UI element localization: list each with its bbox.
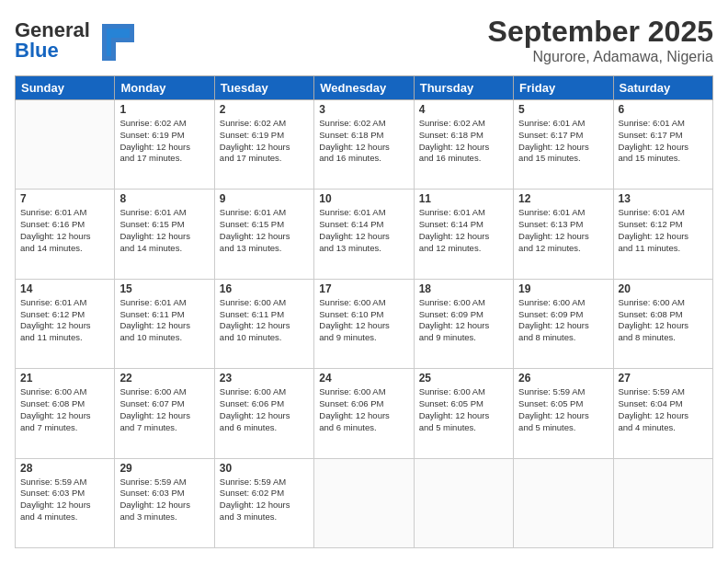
calendar-cell: 29Sunrise: 5:59 AM Sunset: 6:03 PM Dayli… [115, 458, 214, 547]
calendar-cell: 1Sunrise: 6:02 AM Sunset: 6:19 PM Daylig… [115, 100, 214, 190]
day-number: 19 [518, 282, 608, 295]
calendar-cell: 19Sunrise: 6:00 AM Sunset: 6:09 PM Dayli… [514, 279, 613, 368]
day-number: 16 [220, 282, 309, 295]
calendar-cell: 3Sunrise: 6:02 AM Sunset: 6:18 PM Daylig… [314, 100, 414, 190]
calendar-cell: 17Sunrise: 6:00 AM Sunset: 6:10 PM Dayli… [314, 279, 414, 368]
calendar-cell: 6Sunrise: 6:01 AM Sunset: 6:17 PM Daylig… [613, 100, 712, 190]
weekday-header: Monday [115, 76, 214, 100]
calendar-cell: 12Sunrise: 6:01 AM Sunset: 6:13 PM Dayli… [514, 190, 613, 279]
day-number: 24 [319, 372, 408, 385]
calendar-cell [414, 458, 513, 547]
calendar-cell: 25Sunrise: 6:00 AM Sunset: 6:05 PM Dayli… [414, 369, 513, 458]
day-number: 8 [119, 192, 209, 205]
calendar-cell: 13Sunrise: 6:01 AM Sunset: 6:12 PM Dayli… [613, 190, 712, 279]
day-number: 2 [220, 103, 309, 116]
day-info: Sunrise: 6:00 AM Sunset: 6:10 PM Dayligh… [319, 297, 408, 344]
day-number: 29 [119, 462, 209, 475]
day-number: 1 [119, 103, 209, 116]
calendar-cell: 28Sunrise: 5:59 AM Sunset: 6:03 PM Dayli… [16, 458, 115, 547]
page: General Blue September 2025 Ngurore, Ada… [0, 0, 728, 563]
weekday-header: Thursday [414, 76, 513, 100]
day-info: Sunrise: 6:01 AM Sunset: 6:17 PM Dayligh… [518, 118, 608, 165]
day-info: Sunrise: 5:59 AM Sunset: 6:03 PM Dayligh… [119, 477, 209, 523]
day-number: 12 [518, 192, 608, 205]
calendar-cell [314, 458, 414, 547]
day-info: Sunrise: 5:59 AM Sunset: 6:02 PM Dayligh… [220, 477, 309, 523]
day-number: 22 [119, 372, 209, 385]
day-number: 6 [619, 103, 708, 116]
weekday-header: Saturday [613, 76, 712, 100]
day-info: Sunrise: 6:01 AM Sunset: 6:11 PM Dayligh… [119, 297, 209, 344]
calendar-cell: 21Sunrise: 6:00 AM Sunset: 6:08 PM Dayli… [16, 369, 115, 458]
day-info: Sunrise: 6:02 AM Sunset: 6:18 PM Dayligh… [319, 118, 408, 165]
calendar-week-row: 21Sunrise: 6:00 AM Sunset: 6:08 PM Dayli… [16, 369, 713, 458]
day-number: 20 [619, 282, 708, 295]
day-number: 7 [20, 192, 109, 205]
day-number: 18 [419, 282, 508, 295]
calendar-cell: 22Sunrise: 6:00 AM Sunset: 6:07 PM Dayli… [115, 369, 214, 458]
calendar-week-row: 28Sunrise: 5:59 AM Sunset: 6:03 PM Dayli… [16, 458, 713, 547]
day-number: 28 [20, 462, 109, 475]
day-number: 10 [319, 192, 408, 205]
day-info: Sunrise: 6:02 AM Sunset: 6:18 PM Dayligh… [419, 118, 508, 165]
calendar-cell: 2Sunrise: 6:02 AM Sunset: 6:19 PM Daylig… [214, 100, 313, 190]
day-info: Sunrise: 6:01 AM Sunset: 6:16 PM Dayligh… [20, 207, 109, 254]
weekday-header: Tuesday [214, 76, 313, 100]
calendar-cell: 27Sunrise: 5:59 AM Sunset: 6:04 PM Dayli… [613, 369, 712, 458]
calendar-cell: 16Sunrise: 6:00 AM Sunset: 6:11 PM Dayli… [214, 279, 313, 368]
day-info: Sunrise: 6:00 AM Sunset: 6:08 PM Dayligh… [20, 386, 109, 433]
location-title: Ngurore, Adamawa, Nigeria [488, 49, 713, 65]
day-info: Sunrise: 6:01 AM Sunset: 6:15 PM Dayligh… [220, 207, 309, 254]
calendar-cell: 10Sunrise: 6:01 AM Sunset: 6:14 PM Dayli… [314, 190, 414, 279]
weekday-header: Sunday [16, 76, 115, 100]
weekday-header: Wednesday [314, 76, 414, 100]
day-info: Sunrise: 6:00 AM Sunset: 6:09 PM Dayligh… [419, 297, 508, 344]
day-info: Sunrise: 6:01 AM Sunset: 6:13 PM Dayligh… [518, 207, 608, 254]
calendar-cell: 5Sunrise: 6:01 AM Sunset: 6:17 PM Daylig… [514, 100, 613, 190]
calendar-cell [16, 100, 115, 190]
day-info: Sunrise: 6:00 AM Sunset: 6:08 PM Dayligh… [619, 297, 708, 344]
calendar-header-row: SundayMondayTuesdayWednesdayThursdayFrid… [16, 76, 713, 100]
day-info: Sunrise: 6:01 AM Sunset: 6:15 PM Dayligh… [119, 207, 209, 254]
day-number: 26 [518, 372, 608, 385]
logo-text: General Blue [15, 15, 134, 66]
calendar-cell: 26Sunrise: 5:59 AM Sunset: 6:05 PM Dayli… [514, 369, 613, 458]
calendar-cell: 15Sunrise: 6:01 AM Sunset: 6:11 PM Dayli… [115, 279, 214, 368]
day-number: 25 [419, 372, 508, 385]
day-number: 11 [419, 192, 508, 205]
day-number: 9 [220, 192, 309, 205]
calendar-week-row: 1Sunrise: 6:02 AM Sunset: 6:19 PM Daylig… [16, 100, 713, 190]
day-number: 21 [20, 372, 109, 385]
day-info: Sunrise: 5:59 AM Sunset: 6:04 PM Dayligh… [619, 386, 708, 433]
calendar-cell: 30Sunrise: 5:59 AM Sunset: 6:02 PM Dayli… [214, 458, 313, 547]
calendar-cell: 11Sunrise: 6:01 AM Sunset: 6:14 PM Dayli… [414, 190, 513, 279]
weekday-header: Friday [514, 76, 613, 100]
day-info: Sunrise: 6:00 AM Sunset: 6:05 PM Dayligh… [419, 386, 508, 433]
calendar-cell: 18Sunrise: 6:00 AM Sunset: 6:09 PM Dayli… [414, 279, 513, 368]
calendar-week-row: 14Sunrise: 6:01 AM Sunset: 6:12 PM Dayli… [16, 279, 713, 368]
day-info: Sunrise: 6:00 AM Sunset: 6:06 PM Dayligh… [220, 386, 309, 433]
day-number: 17 [319, 282, 408, 295]
day-number: 3 [319, 103, 408, 116]
day-info: Sunrise: 6:00 AM Sunset: 6:09 PM Dayligh… [518, 297, 608, 344]
day-info: Sunrise: 5:59 AM Sunset: 6:03 PM Dayligh… [20, 477, 109, 523]
month-title: September 2025 [488, 15, 713, 49]
day-number: 23 [220, 372, 309, 385]
calendar-cell: 7Sunrise: 6:01 AM Sunset: 6:16 PM Daylig… [16, 190, 115, 279]
logo: General Blue [15, 15, 134, 66]
day-info: Sunrise: 6:00 AM Sunset: 6:07 PM Dayligh… [119, 386, 209, 433]
calendar-cell: 8Sunrise: 6:01 AM Sunset: 6:15 PM Daylig… [115, 190, 214, 279]
day-info: Sunrise: 6:02 AM Sunset: 6:19 PM Dayligh… [220, 118, 309, 165]
header: General Blue September 2025 Ngurore, Ada… [15, 15, 713, 66]
day-number: 14 [20, 282, 109, 295]
day-info: Sunrise: 6:02 AM Sunset: 6:19 PM Dayligh… [119, 118, 209, 165]
day-number: 15 [119, 282, 209, 295]
calendar-cell: 4Sunrise: 6:02 AM Sunset: 6:18 PM Daylig… [414, 100, 513, 190]
calendar-cell: 23Sunrise: 6:00 AM Sunset: 6:06 PM Dayli… [214, 369, 313, 458]
day-info: Sunrise: 6:00 AM Sunset: 6:06 PM Dayligh… [319, 386, 408, 433]
day-info: Sunrise: 6:01 AM Sunset: 6:12 PM Dayligh… [619, 207, 708, 254]
day-number: 27 [619, 372, 708, 385]
day-number: 13 [619, 192, 708, 205]
calendar-cell: 20Sunrise: 6:00 AM Sunset: 6:08 PM Dayli… [613, 279, 712, 368]
day-number: 5 [518, 103, 608, 116]
